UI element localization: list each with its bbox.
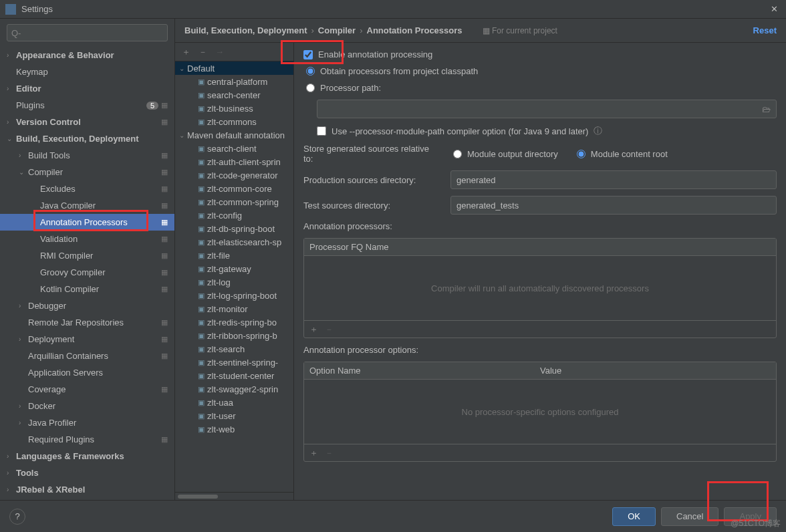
breadcrumb-item[interactable]: Compiler (318, 25, 356, 35)
profile-item[interactable]: ▣zlt-config (175, 209, 293, 222)
window-title: Settings (21, 4, 768, 14)
remove-option-icon: － (325, 447, 334, 459)
profile-item[interactable]: ▣zlt-user (175, 409, 293, 422)
profile-item[interactable]: ▣zlt-code-generator (175, 168, 293, 182)
table-column: Processor FQ Name (309, 242, 771, 252)
sidebar-item[interactable]: ›Version Control▦ (0, 114, 174, 130)
profile-item[interactable]: ▣search-center (175, 88, 293, 102)
sidebar-item[interactable]: ›Deployment▦ (0, 331, 174, 348)
sidebar-item[interactable]: ⌄Compiler▦ (0, 164, 174, 180)
ok-button[interactable]: OK (612, 507, 656, 526)
sidebar-item[interactable]: Required Plugins▦ (0, 431, 174, 448)
profile-item[interactable]: ▣zlt-log (175, 275, 293, 289)
sidebar: Q- ›Appearance & BehaviorKeymap›EditorPl… (0, 19, 175, 500)
sidebar-item[interactable]: Kotlin Compiler▦ (0, 281, 174, 297)
sidebar-item[interactable]: ›Tools (0, 464, 174, 481)
table-empty-text: Compiler will run all automatically disc… (304, 256, 776, 320)
sidebar-item[interactable]: Validation▦ (0, 231, 174, 247)
cancel-button[interactable]: Cancel (661, 507, 718, 526)
add-processor-icon[interactable]: ＋ (309, 323, 318, 336)
module-output-radio[interactable]: Module output directory (450, 149, 558, 159)
breadcrumb-item: Annotation Processors (367, 25, 463, 35)
reset-link[interactable]: Reset (753, 25, 777, 35)
add-profile-icon[interactable]: ＋ (182, 46, 190, 58)
profiles-toolbar: ＋ － → (175, 43, 293, 61)
sidebar-item[interactable]: Application Servers (0, 364, 174, 381)
profile-item[interactable]: ▣zlt-auth-client-sprin (175, 155, 293, 168)
sidebar-item[interactable]: ›Languages & Frameworks (0, 448, 174, 464)
sidebar-item[interactable]: Keymap (0, 63, 174, 80)
profile-item[interactable]: ▣zlt-business (175, 102, 293, 115)
profile-item[interactable]: ▣zlt-commons (175, 115, 293, 128)
sidebar-item[interactable]: Groovy Compiler▦ (0, 264, 174, 281)
profile-item[interactable]: ▣zlt-redis-spring-bo (175, 315, 293, 329)
remove-profile-icon[interactable]: － (199, 46, 207, 58)
sidebar-item[interactable]: ›Docker (0, 398, 174, 414)
processor-path-radio[interactable]: Processor path: (303, 83, 777, 93)
store-label: Store generated sources relative to: (303, 144, 437, 164)
sidebar-item[interactable]: Excludes▦ (0, 180, 174, 197)
sidebar-item[interactable]: Plugins5▦ (0, 97, 174, 114)
apply-button[interactable]: Apply (724, 507, 777, 526)
sidebar-item[interactable]: ›Appearance & Behavior (0, 47, 174, 63)
close-icon[interactable]: ✕ (768, 4, 781, 14)
profile-item[interactable]: ▣zlt-common-core (175, 182, 293, 195)
profile-item[interactable]: ▣zlt-sentinel-spring- (175, 356, 293, 369)
sidebar-item[interactable]: ⌄Build, Execution, Deployment (0, 130, 174, 147)
dialog-footer: ? OK Cancel Apply (0, 500, 786, 532)
prod-dir-field[interactable]: generated (450, 170, 777, 189)
profile-item[interactable]: ▣zlt-ribbon-spring-b (175, 329, 293, 342)
sidebar-item[interactable]: ›Debugger (0, 297, 174, 314)
profile-item[interactable]: ▣zlt-file (175, 249, 293, 262)
profile-item[interactable]: ▣zlt-log-spring-boot (175, 289, 293, 302)
module-content-radio[interactable]: Module content root (574, 149, 668, 159)
profile-item[interactable]: ▣zlt-uaa (175, 396, 293, 409)
profile-item[interactable]: ▣zlt-common-spring (175, 195, 293, 209)
profile-item[interactable]: ▣central-platform (175, 75, 293, 88)
sidebar-item[interactable]: Annotation Processors▦ (0, 214, 174, 231)
sidebar-item[interactable]: ›JRebel & XRebel (0, 481, 174, 498)
profile-item[interactable]: ▣zlt-db-spring-boot (175, 222, 293, 235)
profile-item[interactable]: ⌄Default (175, 61, 293, 75)
sidebar-item[interactable]: ›Build Tools▦ (0, 147, 174, 164)
remove-processor-icon: － (325, 323, 334, 336)
profile-item[interactable]: ▣zlt-monitor (175, 302, 293, 315)
sidebar-item[interactable]: Remote Jar Repositories▦ (0, 314, 174, 331)
profile-item[interactable]: ▣zlt-swagger2-sprin (175, 382, 293, 396)
sidebar-item[interactable]: ›Editor (0, 80, 174, 97)
title-bar: Settings ✕ (0, 0, 786, 19)
settings-tree: ›Appearance & BehaviorKeymap›EditorPlugi… (0, 47, 174, 500)
prod-dir-label: Production sources directory: (303, 175, 437, 185)
profile-item[interactable]: ▣zlt-web (175, 422, 293, 436)
sidebar-item[interactable]: Arquillian Containers▦ (0, 348, 174, 364)
enable-annotation-checkbox[interactable]: Enable annotation processing (303, 49, 777, 59)
breadcrumb-item[interactable]: Build, Execution, Deployment (184, 25, 307, 35)
move-profile-icon: → (215, 47, 224, 57)
settings-panel: Enable annotation processing Obtain proc… (294, 43, 786, 500)
processor-options-table: Option Name Value No processor-specific … (303, 362, 777, 462)
profile-item[interactable]: ▣zlt-search (175, 342, 293, 356)
sidebar-item[interactable]: Java Compiler▦ (0, 197, 174, 214)
annotation-processors-table: Processor FQ Name Compiler will run all … (303, 238, 777, 338)
search-input[interactable]: Q- (7, 24, 168, 41)
sidebar-item[interactable]: RMI Compiler▦ (0, 247, 174, 264)
horizontal-scrollbar[interactable] (175, 492, 293, 500)
profile-item[interactable]: ▣zlt-student-center (175, 369, 293, 382)
help-button[interactable]: ? (9, 509, 25, 525)
profiles-panel: ＋ － → ⌄Default▣central-platform▣search-c… (175, 43, 294, 500)
sidebar-item[interactable]: ›Java Profiler (0, 414, 174, 431)
sidebar-item[interactable]: Coverage▦ (0, 381, 174, 398)
browse-icon[interactable]: 🗁 (762, 104, 771, 114)
project-scope-note: For current project (483, 26, 557, 35)
help-icon[interactable]: ⓘ (594, 125, 602, 137)
test-dir-field[interactable]: generated_tests (450, 196, 777, 215)
add-option-icon[interactable]: ＋ (309, 447, 318, 459)
profile-item[interactable]: ▣zlt-elasticsearch-sp (175, 235, 293, 249)
profile-item[interactable]: ▣search-client (175, 142, 293, 155)
processor-path-field[interactable]: 🗁 (317, 100, 777, 118)
module-path-checkbox[interactable]: Use --processor-module-path compiler opt… (317, 125, 777, 137)
profile-item[interactable]: ▣zlt-gateway (175, 262, 293, 275)
obtain-classpath-radio[interactable]: Obtain processors from project classpath (303, 66, 777, 76)
annotation-processors-label: Annotation processors: (303, 221, 777, 231)
profile-item[interactable]: ⌄Maven default annotation (175, 128, 293, 142)
